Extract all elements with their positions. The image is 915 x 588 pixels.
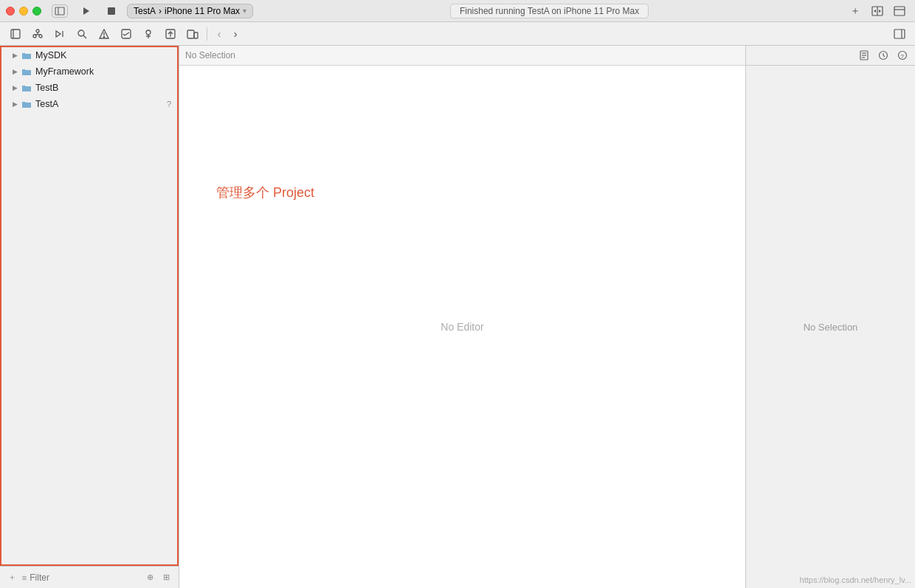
split-editor-button[interactable] xyxy=(868,3,887,19)
sidebar-footer: ＋ ≡ ⊕ ⊞ xyxy=(0,566,179,588)
run-button[interactable] xyxy=(75,3,97,19)
source-control-button[interactable] xyxy=(161,25,180,43)
sidebar-item-label-testb: TestB xyxy=(35,83,171,93)
fullscreen-button[interactable] xyxy=(32,7,41,15)
editor-main: 管理多个 Project No Editor xyxy=(179,66,745,588)
svg-rect-30 xyxy=(894,30,905,38)
folder-icon xyxy=(21,49,32,61)
folder-icon xyxy=(21,66,32,77)
filter-options-button[interactable]: ⊕ xyxy=(143,571,156,584)
main-content: ▶ MySDK ▶ MyFramework xyxy=(0,46,915,588)
sidebar-item-testb[interactable]: ▶ TestB xyxy=(1,80,177,96)
add-tab-button[interactable]: ＋ xyxy=(846,3,865,19)
disclosure-arrow: ▶ xyxy=(10,83,19,92)
svg-point-21 xyxy=(103,36,104,37)
minimize-button[interactable] xyxy=(19,7,28,15)
folder-icon xyxy=(21,82,32,94)
debug-button[interactable] xyxy=(139,25,158,43)
scheme-selector[interactable]: TestA › iPhone 11 Pro Max ▾ xyxy=(127,4,253,18)
back-button[interactable]: ‹ xyxy=(212,27,227,41)
filter-input[interactable] xyxy=(30,573,140,583)
sidebar-item-myframework[interactable]: ▶ MyFramework xyxy=(1,63,177,80)
filter-icon: ≡ xyxy=(22,573,27,582)
status-message: Finished running TestA on iPhone 11 Pro … xyxy=(450,4,649,18)
disclosure-arrow: ▶ xyxy=(10,100,19,108)
recent-files-button[interactable]: ⊞ xyxy=(159,571,173,584)
layout-button[interactable] xyxy=(890,3,909,19)
disclosure-arrow: ▶ xyxy=(10,51,19,60)
forward-button[interactable]: › xyxy=(228,27,243,41)
device-name: iPhone 11 Pro Max xyxy=(165,6,240,16)
toolbar-separator-1 xyxy=(207,27,207,41)
status-bar: Finished running TestA on iPhone 11 Pro … xyxy=(258,4,841,18)
sidebar: ▶ MySDK ▶ MyFramework xyxy=(0,46,179,588)
svg-point-14 xyxy=(39,35,42,38)
svg-point-13 xyxy=(33,35,36,38)
watermark: https://blog.csdn.net/henry_lv... xyxy=(800,575,911,584)
view-hierarchy-button[interactable] xyxy=(28,25,47,43)
inspector-toolbar: ? xyxy=(746,46,915,66)
run-stop-group xyxy=(75,3,122,19)
sidebar-item-label-mysdk: MySDK xyxy=(35,50,171,60)
sidebar-toggle-button[interactable] xyxy=(52,4,68,18)
navigator-filter-button[interactable] xyxy=(6,25,25,43)
editor-header: No Selection xyxy=(179,46,745,66)
svg-line-18 xyxy=(83,35,86,38)
svg-marker-2 xyxy=(83,7,89,15)
svg-point-10 xyxy=(36,30,39,32)
svg-text:?: ? xyxy=(901,53,905,60)
toolbar-right xyxy=(890,25,909,43)
svg-point-17 xyxy=(78,30,84,36)
sidebar-item-testa[interactable]: ▶ TestA ? xyxy=(1,96,177,112)
traffic-lights xyxy=(6,7,41,15)
history-button[interactable] xyxy=(875,48,891,63)
inspector-content: No Selection xyxy=(746,66,915,588)
toolbar: ‹ › xyxy=(0,22,915,46)
svg-rect-29 xyxy=(194,32,198,38)
inspector-panel-toggle[interactable] xyxy=(890,25,909,43)
svg-point-23 xyxy=(146,30,151,35)
svg-rect-0 xyxy=(55,7,64,15)
sidebar-item-label-testa: TestA xyxy=(35,99,167,109)
title-bar-right: ＋ xyxy=(846,3,909,19)
inspector-no-selection: No Selection xyxy=(804,322,858,333)
disclosure-arrow: ▶ xyxy=(10,67,19,76)
svg-rect-8 xyxy=(11,30,20,38)
device-separator: › xyxy=(159,6,162,16)
sidebar-item-mysdk[interactable]: ▶ MySDK xyxy=(1,47,177,63)
no-editor-label: No Editor xyxy=(441,321,483,333)
svg-rect-28 xyxy=(187,30,194,38)
breakpoints-button[interactable] xyxy=(50,25,69,43)
svg-rect-3 xyxy=(108,7,115,15)
add-file-button[interactable]: ＋ xyxy=(6,571,19,584)
test-button[interactable] xyxy=(117,25,136,43)
svg-marker-15 xyxy=(56,31,61,37)
stop-button[interactable] xyxy=(100,3,122,19)
sidebar-item-label-myframework: MyFramework xyxy=(35,66,171,77)
search-nav-button[interactable] xyxy=(72,25,92,43)
file-inspector-button[interactable] xyxy=(856,48,872,63)
editor-no-selection: No Selection xyxy=(185,50,235,60)
quick-help-button[interactable]: ? xyxy=(894,48,911,63)
close-button[interactable] xyxy=(6,7,15,15)
folder-icon xyxy=(21,98,32,110)
editor-area: No Selection 管理多个 Project No Editor xyxy=(179,46,745,588)
inspector-panel: ? No Selection https://blog.csdn.net/hen… xyxy=(745,46,915,588)
chevron-down-icon: ▾ xyxy=(243,7,246,15)
devices-button[interactable] xyxy=(183,25,202,43)
annotation-text: 管理多个 Project xyxy=(216,184,314,201)
toolbar-nav: ‹ › xyxy=(212,27,243,41)
svg-rect-6 xyxy=(894,7,905,15)
title-bar: TestA › iPhone 11 Pro Max ▾ Finished run… xyxy=(0,0,915,22)
sidebar-file-list: ▶ MySDK ▶ MyFramework xyxy=(0,46,179,566)
sidebar-item-badge-testa: ? xyxy=(167,100,171,108)
scheme-name: TestA xyxy=(134,6,156,16)
warning-button[interactable] xyxy=(94,25,114,43)
